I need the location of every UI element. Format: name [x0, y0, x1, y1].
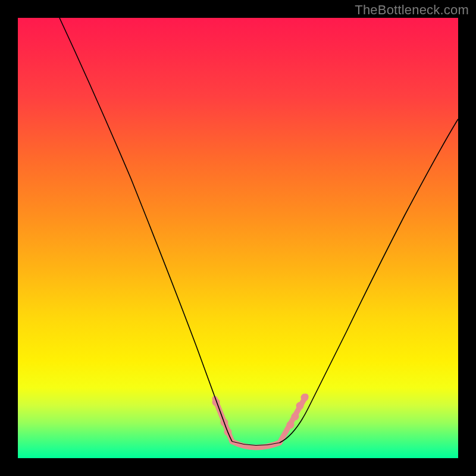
chart-svg — [18, 18, 458, 458]
marker-right-2 — [292, 413, 299, 421]
plot-area — [18, 18, 458, 458]
left-curve — [60, 18, 232, 441]
marker-right-4 — [301, 394, 309, 402]
marker-right-1 — [287, 421, 295, 429]
watermark-text: TheBottleneck.com — [355, 2, 469, 18]
chart-frame: TheBottleneck.com — [0, 0, 476, 476]
marker-right-3 — [296, 402, 304, 410]
